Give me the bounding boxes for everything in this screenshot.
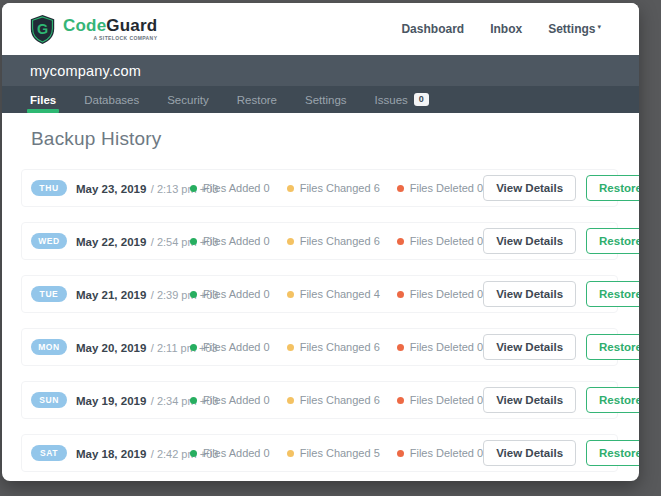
files-changed-dot-icon: [287, 397, 294, 404]
backup-date: May 22, 2019: [76, 236, 146, 248]
files-deleted-dot-icon: [397, 344, 404, 351]
backup-datetime: May 21, 2019 / 2:39 pm +03: [76, 285, 190, 303]
files-added-label: Files Added 0: [203, 447, 270, 459]
tab-label: Restore: [237, 94, 277, 106]
site-bar: mycompany.com: [2, 55, 639, 86]
files-added-label: Files Added 0: [203, 394, 270, 406]
files-deleted-label: Files Deleted 0: [410, 182, 483, 194]
row-actions: View Details Restore Options: [483, 440, 639, 466]
view-details-button[interactable]: View Details: [483, 334, 576, 360]
view-details-button[interactable]: View Details: [483, 228, 576, 254]
tab-label: Databases: [84, 94, 139, 106]
tab-issues-count-badge: 0: [414, 93, 429, 106]
nav-item-dashboard[interactable]: Dashboard: [401, 22, 464, 36]
stat-files-added: Files Added 0: [190, 288, 270, 300]
view-details-button[interactable]: View Details: [483, 440, 576, 466]
tab-settings[interactable]: Settings: [305, 86, 347, 113]
tab-databases[interactable]: Databases: [84, 86, 139, 113]
nav-item-inbox[interactable]: Inbox: [490, 22, 522, 36]
view-details-button[interactable]: View Details: [483, 281, 576, 307]
row-actions: View Details Restore Options: [483, 334, 639, 360]
files-deleted-label: Files Deleted 0: [410, 235, 483, 247]
files-deleted-dot-icon: [397, 291, 404, 298]
files-added-label: Files Added 0: [203, 182, 270, 194]
files-deleted-dot-icon: [397, 238, 404, 245]
stat-files-changed: Files Changed 5: [287, 447, 380, 459]
files-changed-dot-icon: [287, 185, 294, 192]
view-details-button[interactable]: View Details: [483, 387, 576, 413]
tab-security[interactable]: Security: [167, 86, 209, 113]
files-changed-dot-icon: [287, 238, 294, 245]
files-added-dot-icon: [190, 291, 197, 298]
files-changed-dot-icon: [287, 291, 294, 298]
tab-restore[interactable]: Restore: [237, 86, 277, 113]
files-changed-label: Files Changed 5: [300, 447, 380, 459]
files-added-label: Files Added 0: [203, 341, 270, 353]
tab-label: Security: [167, 94, 209, 106]
files-deleted-dot-icon: [397, 185, 404, 192]
stat-files-deleted: Files Deleted 0: [397, 394, 483, 406]
restore-options-button[interactable]: Restore Options: [586, 440, 639, 466]
files-deleted-label: Files Deleted 0: [410, 341, 483, 353]
view-details-button[interactable]: View Details: [483, 175, 576, 201]
files-deleted-dot-icon: [397, 397, 404, 404]
stat-files-added: Files Added 0: [190, 341, 270, 353]
stat-files-added: Files Added 0: [190, 394, 270, 406]
backup-stats: Files Added 0 Files Changed 6 Files Dele…: [190, 394, 483, 406]
nav-item-settings[interactable]: Settings ▾: [548, 22, 601, 36]
backup-datetime: May 22, 2019 / 2:54 pm +03: [76, 232, 190, 250]
logo-guard-text: Guard: [106, 16, 157, 35]
tab-bar: Files Databases Security Restore Setting…: [2, 86, 639, 113]
restore-options-button[interactable]: Restore Options: [586, 281, 639, 307]
stat-files-changed: Files Changed 6: [287, 235, 380, 247]
files-changed-dot-icon: [287, 344, 294, 351]
backup-date: May 23, 2019: [76, 183, 146, 195]
shield-logo-icon: G: [29, 14, 56, 45]
backup-row: SAT May 18, 2019 / 2:42 pm +03 Files Add…: [21, 434, 618, 472]
restore-options-button[interactable]: Restore Options: [586, 175, 639, 201]
tab-files[interactable]: Files: [30, 86, 56, 113]
restore-options-button[interactable]: Restore Options: [586, 334, 639, 360]
stat-files-added: Files Added 0: [190, 182, 270, 194]
stat-files-deleted: Files Deleted 0: [397, 288, 483, 300]
day-badge: WED: [31, 233, 67, 249]
files-added-dot-icon: [190, 450, 197, 457]
files-changed-dot-icon: [287, 450, 294, 457]
backup-stats: Files Added 0 Files Changed 4 Files Dele…: [190, 288, 483, 300]
files-changed-label: Files Changed 4: [300, 288, 380, 300]
row-actions: View Details Restore Options: [483, 281, 639, 307]
day-badge: SUN: [31, 392, 67, 408]
files-deleted-dot-icon: [397, 450, 404, 457]
tab-label: Issues: [375, 94, 408, 106]
site-domain: mycompany.com: [30, 63, 141, 79]
main-content: Backup History THU May 23, 2019 / 2:13 p…: [2, 128, 639, 472]
files-changed-label: Files Changed 6: [300, 235, 380, 247]
stat-files-changed: Files Changed 4: [287, 288, 380, 300]
row-actions: View Details Restore Options: [483, 228, 639, 254]
files-changed-label: Files Changed 6: [300, 341, 380, 353]
top-header: G CodeGuard A SITELOCK COMPANY Dashboard…: [2, 3, 639, 55]
tab-label: Settings: [305, 94, 347, 106]
files-changed-label: Files Changed 6: [300, 182, 380, 194]
page-title: Backup History: [31, 128, 618, 150]
stat-files-changed: Files Changed 6: [287, 182, 380, 194]
backup-date: May 20, 2019: [76, 342, 146, 354]
codeguard-logo[interactable]: G CodeGuard A SITELOCK COMPANY: [29, 14, 157, 45]
restore-options-button[interactable]: Restore Options: [586, 387, 639, 413]
backup-stats: Files Added 0 Files Changed 6 Files Dele…: [190, 235, 483, 247]
backup-row: WED May 22, 2019 / 2:54 pm +03 Files Add…: [21, 222, 618, 260]
files-deleted-label: Files Deleted 0: [410, 288, 483, 300]
top-nav: Dashboard Inbox Settings ▾: [401, 22, 601, 36]
restore-options-button[interactable]: Restore Options: [586, 228, 639, 254]
tab-label: Files: [30, 94, 56, 106]
stat-files-deleted: Files Deleted 0: [397, 447, 483, 459]
row-actions: View Details Restore Options: [483, 175, 639, 201]
files-added-label: Files Added 0: [203, 235, 270, 247]
svg-text:G: G: [37, 21, 48, 37]
files-changed-label: Files Changed 6: [300, 394, 380, 406]
chevron-down-icon: ▾: [597, 23, 601, 31]
tab-issues[interactable]: Issues 0: [375, 86, 429, 113]
stat-files-added: Files Added 0: [190, 235, 270, 247]
backup-row: TUE May 21, 2019 / 2:39 pm +03 Files Add…: [21, 275, 618, 313]
files-added-dot-icon: [190, 344, 197, 351]
